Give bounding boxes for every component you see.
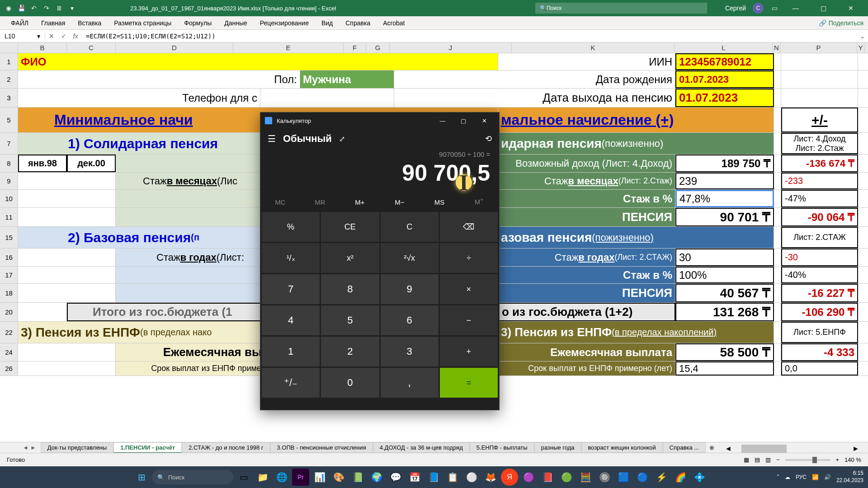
- cell-stazh-m-val[interactable]: 239: [675, 173, 774, 189]
- cell[interactable]: 40 567 ₸: [675, 284, 774, 302]
- app-icon[interactable]: 🟣: [520, 469, 537, 486]
- row-header[interactable]: 10: [0, 190, 18, 207]
- cell-diff[interactable]: -136 674 ₸: [781, 155, 858, 172]
- cell-diff[interactable]: -16 227 ₸: [781, 284, 858, 302]
- cell[interactable]: [781, 53, 858, 70]
- cell-iin-value[interactable]: 123456789012: [675, 53, 774, 70]
- calc-6-button[interactable]: 6: [381, 305, 439, 335]
- cell-plusminus[interactable]: +/-: [781, 108, 858, 132]
- app-icon[interactable]: 📋: [444, 469, 461, 486]
- cell-retire-value[interactable]: 01.07.2023: [675, 89, 774, 107]
- task-view-icon[interactable]: ▭: [235, 469, 252, 486]
- cell-total-val[interactable]: 131 268 ₸: [675, 303, 774, 321]
- ribbon-mode-icon[interactable]: ▭: [770, 4, 778, 12]
- app-icon[interactable]: ⚡: [653, 469, 670, 486]
- row-header[interactable]: 15: [0, 227, 18, 248]
- calc-9-button[interactable]: 9: [381, 274, 439, 304]
- tab-file[interactable]: ФАЙЛ: [5, 17, 35, 29]
- calc-multiply-button[interactable]: ×: [440, 274, 498, 304]
- cell[interactable]: [18, 361, 116, 375]
- explorer-icon[interactable]: 📁: [254, 469, 271, 486]
- customize-icon[interactable]: ▾: [68, 4, 76, 12]
- col-header[interactable]: B: [18, 42, 67, 53]
- cell-income-right[interactable]: Возможный доход (Лист: 4.Доход): [498, 155, 675, 172]
- calendar-icon[interactable]: 📅: [406, 469, 423, 486]
- cell[interactable]: [774, 249, 781, 266]
- app-icon[interactable]: 🎨: [330, 469, 347, 486]
- calc-ms-button[interactable]: MS: [420, 193, 459, 211]
- row-header[interactable]: 7: [0, 133, 18, 154]
- row-header[interactable]: 9: [0, 173, 18, 189]
- col-header[interactable]: L: [675, 42, 773, 53]
- zoom-out-icon[interactable]: −: [776, 456, 780, 463]
- edge-icon[interactable]: 🌐: [273, 469, 290, 486]
- view-pagebreak-icon[interactable]: ▥: [765, 456, 771, 463]
- tray-volume-icon[interactable]: 🔊: [824, 474, 831, 480]
- cell-stazh-m-right[interactable]: Стаж в месяцах (Лист: 2.Стаж): [498, 173, 675, 189]
- name-box[interactable]: L10 ▾: [0, 33, 45, 40]
- row-header[interactable]: 18: [0, 284, 18, 302]
- cancel-formula-icon[interactable]: ✕: [49, 33, 54, 40]
- accept-formula-icon[interactable]: ✓: [61, 33, 66, 40]
- maximize-button[interactable]: ▢: [813, 0, 834, 16]
- calc-7-button[interactable]: 7: [262, 274, 320, 304]
- col-header[interactable]: E: [233, 42, 344, 53]
- row-header[interactable]: 26: [0, 361, 18, 375]
- autosave-icon[interactable]: ◉: [5, 4, 13, 12]
- calc-8-button[interactable]: 8: [321, 274, 379, 304]
- powerpoint-icon[interactable]: 📊: [311, 469, 328, 486]
- cell[interactable]: [774, 227, 781, 248]
- tray-clock[interactable]: 6:15 22.04.2023: [836, 470, 863, 484]
- cell-list-refs[interactable]: Лист: 4.ДоходЛист: 2.Стаж: [781, 133, 858, 154]
- calc-3-button[interactable]: 3: [381, 337, 439, 366]
- cell[interactable]: [774, 303, 781, 321]
- app-icon[interactable]: 📕: [539, 469, 556, 486]
- calc-mplus-button[interactable]: M+: [340, 193, 380, 211]
- tab-help[interactable]: Справка: [339, 17, 377, 29]
- calc-decimal-button[interactable]: ,: [381, 368, 439, 398]
- sheet-nav-prev-icon[interactable]: ◄: [23, 444, 28, 451]
- cell[interactable]: [774, 89, 781, 107]
- formula-input[interactable]: =ЕСЛИ(E2=S11;U10;ЕСЛИ(E2=S12;U12)): [81, 33, 857, 40]
- cell-diff[interactable]: -30: [781, 249, 858, 266]
- tray-onedrive-icon[interactable]: ☁: [785, 474, 790, 480]
- cell[interactable]: [18, 284, 116, 302]
- cell[interactable]: [774, 361, 781, 375]
- calc-close-button[interactable]: ✕: [474, 113, 495, 129]
- sheet-tab-active[interactable]: 1.ПЕНСИИ - расчёт: [113, 442, 182, 453]
- copilot-icon[interactable]: ⚪: [463, 469, 480, 486]
- cell-diff[interactable]: -47%: [781, 190, 858, 207]
- share-button[interactable]: 🔗 Поделиться: [819, 19, 863, 27]
- zoom-level[interactable]: 140 %: [844, 456, 861, 463]
- sheet-tab[interactable]: Справка ...: [663, 442, 706, 453]
- tray-lang[interactable]: РУС: [796, 474, 807, 480]
- cell[interactable]: [774, 208, 781, 226]
- cell[interactable]: [774, 284, 781, 302]
- col-header[interactable]: K: [512, 42, 675, 53]
- tab-insert[interactable]: Вставка: [71, 17, 108, 29]
- name-dropdown-icon[interactable]: ▾: [37, 33, 40, 40]
- cell[interactable]: 58 500 ₸: [675, 343, 774, 361]
- cell-stazh-y-right[interactable]: Стаж в годах (Лист: 2.СТАЖ): [498, 249, 675, 266]
- tray-wifi-icon[interactable]: 📶: [812, 474, 819, 480]
- col-header[interactable]: Y: [857, 42, 864, 53]
- row-header[interactable]: 1: [0, 53, 18, 70]
- cell-stazh-p-right[interactable]: Стаж в %: [498, 190, 675, 207]
- cell-dob-label[interactable]: Дата рождения: [394, 70, 675, 88]
- calc-0-button[interactable]: 0: [321, 368, 379, 398]
- minimize-button[interactable]: —: [785, 0, 806, 16]
- row-header[interactable]: 8: [0, 155, 18, 172]
- calc-minus-button[interactable]: −: [440, 305, 498, 335]
- row-header[interactable]: 3: [0, 89, 18, 107]
- tab-formulas[interactable]: Формулы: [178, 17, 218, 29]
- tray-chevron-icon[interactable]: ˄: [777, 474, 779, 480]
- yandex-icon[interactable]: Я: [501, 469, 518, 486]
- app-icon[interactable]: 🌍: [368, 469, 385, 486]
- tab-data[interactable]: Данные: [218, 17, 254, 29]
- cell[interactable]: [781, 70, 858, 88]
- tab-view[interactable]: Вид: [315, 17, 339, 29]
- zoom-in-icon[interactable]: +: [836, 456, 840, 463]
- cell-list-ref[interactable]: Лист: 5.ЕНПФ: [781, 322, 858, 343]
- tab-home[interactable]: Главная: [35, 17, 71, 29]
- calc-titlebar[interactable]: Калькулятор — ▢ ✕: [260, 113, 499, 129]
